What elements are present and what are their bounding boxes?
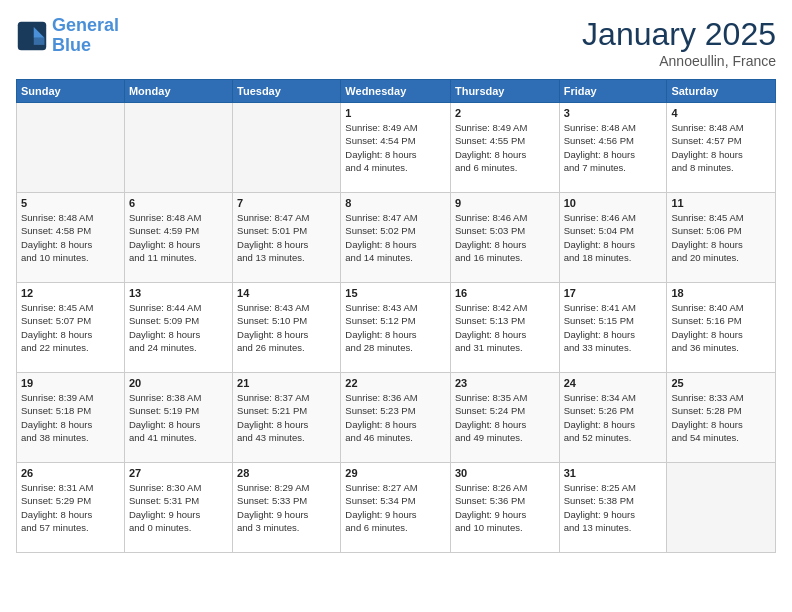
table-row: 28Sunrise: 8:29 AMSunset: 5:33 PMDayligh… xyxy=(233,463,341,553)
day-info: Sunrise: 8:43 AMSunset: 5:12 PMDaylight:… xyxy=(345,301,446,354)
day-info: Sunrise: 8:46 AMSunset: 5:03 PMDaylight:… xyxy=(455,211,555,264)
table-row xyxy=(17,103,125,193)
day-number: 29 xyxy=(345,467,446,479)
day-info: Sunrise: 8:41 AMSunset: 5:15 PMDaylight:… xyxy=(564,301,663,354)
day-info: Sunrise: 8:34 AMSunset: 5:26 PMDaylight:… xyxy=(564,391,663,444)
day-number: 16 xyxy=(455,287,555,299)
day-info: Sunrise: 8:33 AMSunset: 5:28 PMDaylight:… xyxy=(671,391,771,444)
header: General Blue January 2025 Annoeullin, Fr… xyxy=(16,16,776,69)
header-sunday: Sunday xyxy=(17,80,125,103)
table-row: 30Sunrise: 8:26 AMSunset: 5:36 PMDayligh… xyxy=(450,463,559,553)
table-row: 17Sunrise: 8:41 AMSunset: 5:15 PMDayligh… xyxy=(559,283,667,373)
day-number: 21 xyxy=(237,377,336,389)
day-number: 17 xyxy=(564,287,663,299)
day-number: 1 xyxy=(345,107,446,119)
day-info: Sunrise: 8:30 AMSunset: 5:31 PMDaylight:… xyxy=(129,481,228,534)
day-info: Sunrise: 8:46 AMSunset: 5:04 PMDaylight:… xyxy=(564,211,663,264)
day-number: 8 xyxy=(345,197,446,209)
table-row: 27Sunrise: 8:30 AMSunset: 5:31 PMDayligh… xyxy=(124,463,232,553)
day-number: 6 xyxy=(129,197,228,209)
table-row: 4Sunrise: 8:48 AMSunset: 4:57 PMDaylight… xyxy=(667,103,776,193)
day-number: 30 xyxy=(455,467,555,479)
day-info: Sunrise: 8:43 AMSunset: 5:10 PMDaylight:… xyxy=(237,301,336,354)
day-number: 15 xyxy=(345,287,446,299)
month-title: January 2025 xyxy=(582,16,776,53)
day-info: Sunrise: 8:48 AMSunset: 4:57 PMDaylight:… xyxy=(671,121,771,174)
calendar-week-row: 1Sunrise: 8:49 AMSunset: 4:54 PMDaylight… xyxy=(17,103,776,193)
table-row: 14Sunrise: 8:43 AMSunset: 5:10 PMDayligh… xyxy=(233,283,341,373)
day-info: Sunrise: 8:48 AMSunset: 4:59 PMDaylight:… xyxy=(129,211,228,264)
day-info: Sunrise: 8:48 AMSunset: 4:58 PMDaylight:… xyxy=(21,211,120,264)
table-row: 3Sunrise: 8:48 AMSunset: 4:56 PMDaylight… xyxy=(559,103,667,193)
table-row: 22Sunrise: 8:36 AMSunset: 5:23 PMDayligh… xyxy=(341,373,451,463)
table-row xyxy=(233,103,341,193)
day-number: 11 xyxy=(671,197,771,209)
logo-icon xyxy=(16,20,48,52)
calendar-week-row: 5Sunrise: 8:48 AMSunset: 4:58 PMDaylight… xyxy=(17,193,776,283)
day-number: 12 xyxy=(21,287,120,299)
day-info: Sunrise: 8:45 AMSunset: 5:07 PMDaylight:… xyxy=(21,301,120,354)
day-info: Sunrise: 8:45 AMSunset: 5:06 PMDaylight:… xyxy=(671,211,771,264)
header-saturday: Saturday xyxy=(667,80,776,103)
day-number: 14 xyxy=(237,287,336,299)
day-number: 20 xyxy=(129,377,228,389)
day-number: 31 xyxy=(564,467,663,479)
table-row: 12Sunrise: 8:45 AMSunset: 5:07 PMDayligh… xyxy=(17,283,125,373)
day-info: Sunrise: 8:47 AMSunset: 5:01 PMDaylight:… xyxy=(237,211,336,264)
day-info: Sunrise: 8:42 AMSunset: 5:13 PMDaylight:… xyxy=(455,301,555,354)
day-info: Sunrise: 8:26 AMSunset: 5:36 PMDaylight:… xyxy=(455,481,555,534)
day-number: 25 xyxy=(671,377,771,389)
table-row: 5Sunrise: 8:48 AMSunset: 4:58 PMDaylight… xyxy=(17,193,125,283)
svg-marker-2 xyxy=(34,38,45,45)
day-number: 5 xyxy=(21,197,120,209)
table-row: 25Sunrise: 8:33 AMSunset: 5:28 PMDayligh… xyxy=(667,373,776,463)
table-row: 23Sunrise: 8:35 AMSunset: 5:24 PMDayligh… xyxy=(450,373,559,463)
day-info: Sunrise: 8:47 AMSunset: 5:02 PMDaylight:… xyxy=(345,211,446,264)
day-number: 2 xyxy=(455,107,555,119)
day-number: 7 xyxy=(237,197,336,209)
table-row: 26Sunrise: 8:31 AMSunset: 5:29 PMDayligh… xyxy=(17,463,125,553)
day-info: Sunrise: 8:36 AMSunset: 5:23 PMDaylight:… xyxy=(345,391,446,444)
header-friday: Friday xyxy=(559,80,667,103)
table-row: 8Sunrise: 8:47 AMSunset: 5:02 PMDaylight… xyxy=(341,193,451,283)
day-info: Sunrise: 8:49 AMSunset: 4:54 PMDaylight:… xyxy=(345,121,446,174)
location-subtitle: Annoeullin, France xyxy=(582,53,776,69)
day-number: 18 xyxy=(671,287,771,299)
table-row: 16Sunrise: 8:42 AMSunset: 5:13 PMDayligh… xyxy=(450,283,559,373)
logo-text: General Blue xyxy=(52,16,119,56)
table-row: 29Sunrise: 8:27 AMSunset: 5:34 PMDayligh… xyxy=(341,463,451,553)
calendar-week-row: 19Sunrise: 8:39 AMSunset: 5:18 PMDayligh… xyxy=(17,373,776,463)
header-tuesday: Tuesday xyxy=(233,80,341,103)
day-info: Sunrise: 8:35 AMSunset: 5:24 PMDaylight:… xyxy=(455,391,555,444)
table-row: 7Sunrise: 8:47 AMSunset: 5:01 PMDaylight… xyxy=(233,193,341,283)
logo: General Blue xyxy=(16,16,119,56)
day-number: 3 xyxy=(564,107,663,119)
title-block: January 2025 Annoeullin, France xyxy=(582,16,776,69)
day-number: 24 xyxy=(564,377,663,389)
logo-line1: General xyxy=(52,15,119,35)
day-number: 19 xyxy=(21,377,120,389)
day-number: 23 xyxy=(455,377,555,389)
calendar-week-row: 12Sunrise: 8:45 AMSunset: 5:07 PMDayligh… xyxy=(17,283,776,373)
table-row: 9Sunrise: 8:46 AMSunset: 5:03 PMDaylight… xyxy=(450,193,559,283)
day-info: Sunrise: 8:31 AMSunset: 5:29 PMDaylight:… xyxy=(21,481,120,534)
day-info: Sunrise: 8:27 AMSunset: 5:34 PMDaylight:… xyxy=(345,481,446,534)
table-row: 1Sunrise: 8:49 AMSunset: 4:54 PMDaylight… xyxy=(341,103,451,193)
day-number: 4 xyxy=(671,107,771,119)
table-row: 31Sunrise: 8:25 AMSunset: 5:38 PMDayligh… xyxy=(559,463,667,553)
day-info: Sunrise: 8:44 AMSunset: 5:09 PMDaylight:… xyxy=(129,301,228,354)
table-row: 6Sunrise: 8:48 AMSunset: 4:59 PMDaylight… xyxy=(124,193,232,283)
day-number: 26 xyxy=(21,467,120,479)
table-row: 18Sunrise: 8:40 AMSunset: 5:16 PMDayligh… xyxy=(667,283,776,373)
table-row: 20Sunrise: 8:38 AMSunset: 5:19 PMDayligh… xyxy=(124,373,232,463)
table-row: 19Sunrise: 8:39 AMSunset: 5:18 PMDayligh… xyxy=(17,373,125,463)
day-info: Sunrise: 8:25 AMSunset: 5:38 PMDaylight:… xyxy=(564,481,663,534)
day-info: Sunrise: 8:40 AMSunset: 5:16 PMDaylight:… xyxy=(671,301,771,354)
logo-line2: Blue xyxy=(52,35,91,55)
weekday-header-row: Sunday Monday Tuesday Wednesday Thursday… xyxy=(17,80,776,103)
table-row: 11Sunrise: 8:45 AMSunset: 5:06 PMDayligh… xyxy=(667,193,776,283)
table-row xyxy=(667,463,776,553)
table-row: 21Sunrise: 8:37 AMSunset: 5:21 PMDayligh… xyxy=(233,373,341,463)
day-number: 27 xyxy=(129,467,228,479)
page: General Blue January 2025 Annoeullin, Fr… xyxy=(0,0,792,612)
